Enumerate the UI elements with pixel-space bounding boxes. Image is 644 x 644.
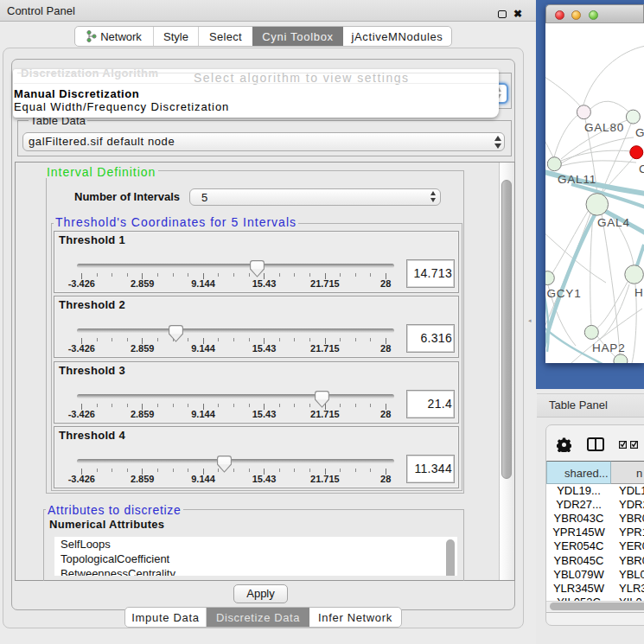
svg-text:GAL4: GAL4	[597, 216, 630, 229]
svg-text:C: C	[639, 163, 644, 175]
svg-text:HAP2: HAP2	[592, 341, 625, 354]
svg-text:GAL80: GAL80	[584, 121, 624, 134]
svg-text:H: H	[634, 286, 644, 299]
svg-text:GCY1: GCY1	[547, 287, 582, 300]
svg-text:GAL11: GAL11	[558, 173, 596, 186]
svg-text:GA: GA	[635, 126, 644, 139]
